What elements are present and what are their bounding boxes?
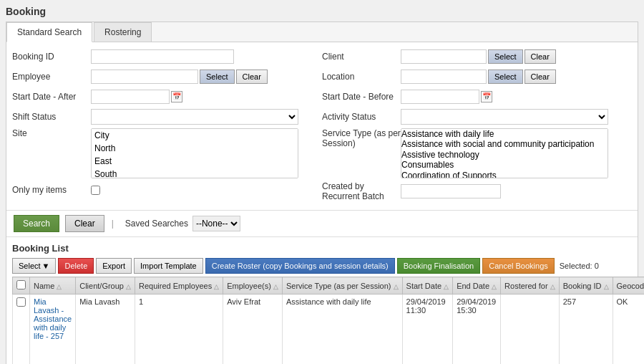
tab-rostering[interactable]: Rostering: [94, 22, 152, 42]
start-date-before-label: Start Date - Before: [322, 92, 401, 102]
activity-status-cell: Activity Status: [322, 108, 632, 125]
start-date-after-input[interactable]: [91, 90, 170, 104]
booking-finalisation-button[interactable]: Booking Finalisation: [397, 258, 480, 274]
row1-rostered-for: [501, 294, 560, 365]
service-type-label: Service Type (as per Session): [322, 128, 401, 148]
employee-select-button[interactable]: Select: [200, 70, 235, 84]
client-select-button[interactable]: Select: [488, 49, 523, 64]
select-dropdown[interactable]: Select ▼: [12, 258, 56, 274]
start-date-after-calendar-icon[interactable]: 📅: [171, 91, 182, 102]
main-panel: Standard Search Rostering Booking ID Cli…: [6, 21, 638, 364]
shift-status-label: Shift Status: [12, 112, 91, 122]
col-rostered-for[interactable]: Rostered for △: [501, 277, 560, 294]
list-toolbar: Select ▼ Delete Export Import Template C…: [12, 258, 632, 274]
start-sort-icon: △: [444, 283, 449, 290]
col-required-employees[interactable]: Required Employees △: [135, 277, 223, 294]
service-type-select[interactable]: Assistance with daily life Assistance wi…: [401, 128, 608, 178]
col-checkbox: [13, 277, 30, 294]
booking-list-title: Booking List: [12, 243, 632, 254]
svc-sort-icon: △: [394, 283, 399, 290]
location-input[interactable]: [401, 70, 487, 84]
form-row-1: Booking ID Client Select Clear: [12, 48, 632, 65]
client-cell: Client Select Clear: [322, 48, 632, 65]
select-all-checkbox[interactable]: [16, 280, 26, 289]
only-my-items-checkbox[interactable]: [91, 186, 100, 195]
service-type-cell: Service Type (as per Session) Assistance…: [322, 128, 632, 178]
activity-status-label: Activity Status: [322, 112, 401, 122]
header-row: Name △ Client/Group △ Required Employees…: [13, 277, 645, 294]
col-employees[interactable]: Employee(s) △: [223, 277, 283, 294]
name-sort-icon: △: [57, 283, 62, 290]
row1-booking-id: 257: [559, 294, 613, 365]
booking-list-section: Booking List Select ▼ Delete Export Impo…: [6, 237, 638, 364]
client-label: Client: [322, 52, 401, 62]
booking-table: Name △ Client/Group △ Required Employees…: [12, 277, 644, 364]
form-row-6: Only my items Created by Recurrent Batch: [12, 181, 632, 201]
start-date-after-label: Start Date - After: [12, 92, 91, 102]
employee-input[interactable]: [91, 70, 198, 84]
table-body: Mia Lavash - Assistance with daily life …: [13, 294, 645, 365]
site-select[interactable]: City North East South West: [91, 128, 298, 178]
tabs-container: Standard Search Rostering: [6, 22, 638, 42]
search-button[interactable]: Search: [14, 215, 59, 232]
shift-status-select[interactable]: [91, 109, 298, 125]
location-label: Location: [322, 72, 401, 82]
start-date-after-cell: Start Date - After 📅: [12, 88, 322, 105]
booking-id-label: Booking ID: [12, 52, 91, 62]
emp-sort-icon: △: [273, 283, 278, 290]
row1-req-emp: 1: [135, 294, 223, 365]
create-roster-button[interactable]: Create Roster (copy Bookings and session…: [205, 258, 395, 274]
col-start-date[interactable]: Start Date △: [402, 277, 453, 294]
only-my-items-label: Only my items: [12, 185, 91, 195]
col-name[interactable]: Name △: [30, 277, 76, 294]
col-client-group[interactable]: Client/Group △: [76, 277, 135, 294]
cancel-bookings-button[interactable]: Cancel Bookings: [482, 258, 555, 274]
created-by-cell: Created by Recurrent Batch: [322, 181, 632, 201]
tab-standard-search[interactable]: Standard Search: [6, 22, 92, 42]
client-clear-button[interactable]: Clear: [525, 49, 556, 64]
only-my-items-cell: Only my items: [12, 181, 322, 198]
form-row-3: Start Date - After 📅 Start Date - Before…: [12, 88, 632, 105]
client-sort-icon: △: [126, 283, 131, 290]
form-row-4: Shift Status Activity Status: [12, 108, 632, 125]
selected-count: Selected: 0: [560, 262, 599, 270]
location-clear-button[interactable]: Clear: [525, 70, 556, 84]
table-header: Name △ Client/Group △ Required Employees…: [13, 277, 645, 294]
employee-clear-button[interactable]: Clear: [236, 70, 268, 84]
row1-client: Mia Lavash: [76, 294, 135, 365]
col-end-date[interactable]: End Date △: [453, 277, 501, 294]
delete-button[interactable]: Delete: [58, 258, 94, 274]
row1-select[interactable]: [16, 297, 26, 307]
booking-id-input[interactable]: [91, 49, 234, 64]
client-input[interactable]: [401, 49, 487, 64]
site-label: Site: [12, 128, 91, 138]
saved-searches-select[interactable]: --None--: [192, 216, 240, 231]
export-button[interactable]: Export: [96, 258, 132, 274]
req-emp-sort-icon: △: [214, 283, 219, 290]
form-row-2: Employee Select Clear Location Select Cl…: [12, 68, 632, 85]
search-actions: Search Clear | Saved Searches --None--: [6, 211, 638, 237]
start-date-before-calendar-icon[interactable]: 📅: [481, 91, 492, 102]
clear-button[interactable]: Clear: [65, 215, 104, 232]
created-by-input[interactable]: [401, 184, 501, 198]
start-date-before-input[interactable]: [401, 90, 479, 104]
select-dropdown-arrow: ▼: [42, 262, 50, 270]
location-select-button[interactable]: Select: [488, 70, 523, 84]
employee-cell: Employee Select Clear: [12, 68, 322, 85]
row1-service-type: Assistance with daily life: [282, 294, 402, 365]
divider: |: [112, 219, 114, 229]
row1-checkbox[interactable]: [13, 294, 30, 365]
col-booking-id[interactable]: Booking ID △: [559, 277, 613, 294]
booking-id-cell: Booking ID: [12, 48, 322, 65]
bid-sort-icon: △: [604, 283, 609, 290]
created-by-label: Created by Recurrent Batch: [322, 181, 401, 201]
col-geocode-status[interactable]: Geocode Status △: [613, 277, 644, 294]
page-title: Booking: [6, 6, 638, 17]
select-button[interactable]: Select ▼: [12, 258, 56, 274]
row1-name[interactable]: Mia Lavash - Assistance with daily life …: [30, 294, 76, 365]
row1-name-link[interactable]: Mia Lavash - Assistance with daily life …: [34, 297, 72, 340]
activity-status-select[interactable]: [401, 109, 608, 125]
location-cell: Location Select Clear: [322, 68, 632, 85]
import-template-button[interactable]: Import Template: [134, 258, 203, 274]
col-service-type[interactable]: Service Type (as per Session) △: [282, 277, 402, 294]
